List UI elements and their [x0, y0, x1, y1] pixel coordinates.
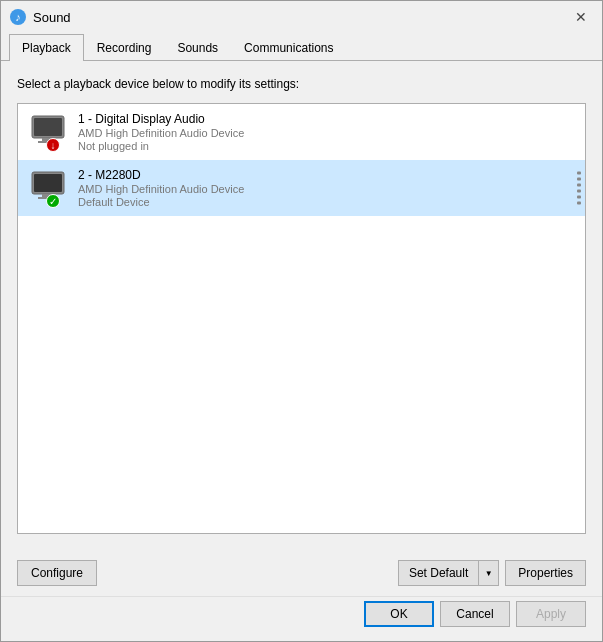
svg-rect-3	[34, 118, 62, 136]
device-status-text-1: Not plugged in	[78, 140, 575, 152]
apply-button[interactable]: Apply	[516, 601, 586, 627]
configure-button[interactable]: Configure	[17, 560, 97, 586]
device-status-text-2: Default Device	[78, 196, 575, 208]
sound-dialog: ♪ Sound ✕ Playback Recording Sounds Comm…	[0, 0, 603, 642]
device-name-1: 1 - Digital Display Audio	[78, 112, 575, 126]
ok-button[interactable]: OK	[364, 601, 434, 627]
set-default-button[interactable]: Set Default	[398, 560, 479, 586]
device-driver-1: AMD High Definition Audio Device	[78, 127, 575, 139]
device-driver-2: AMD High Definition Audio Device	[78, 183, 575, 195]
description-text: Select a playback device below to modify…	[17, 77, 586, 91]
device-status-badge-2: ✓	[46, 194, 60, 208]
tab-communications[interactable]: Communications	[231, 34, 346, 61]
dialog-title: Sound	[33, 10, 568, 25]
device-info-1: 1 - Digital Display Audio AMD High Defin…	[78, 112, 575, 152]
cancel-button[interactable]: Cancel	[440, 601, 510, 627]
tab-recording[interactable]: Recording	[84, 34, 165, 61]
tab-bar: Playback Recording Sounds Communications	[1, 33, 602, 61]
content-area: Select a playback device below to modify…	[1, 61, 602, 550]
device-icon-2: ✓	[28, 170, 68, 206]
svg-rect-7	[34, 174, 62, 192]
set-default-dropdown-arrow[interactable]: ▼	[479, 560, 499, 586]
properties-button[interactable]: Properties	[505, 560, 586, 586]
button-row-1: Configure Set Default ▼ Properties	[1, 550, 602, 596]
ok-cancel-row: OK Cancel Apply	[1, 596, 602, 641]
device-status-badge-1: ↓	[46, 138, 60, 152]
title-bar: ♪ Sound ✕	[1, 1, 602, 33]
device-list: ↓ 1 - Digital Display Audio AMD High Def…	[17, 103, 586, 534]
close-button[interactable]: ✕	[568, 5, 594, 29]
svg-text:♪: ♪	[15, 11, 21, 23]
device-name-2: 2 - M2280D	[78, 168, 575, 182]
tab-sounds[interactable]: Sounds	[164, 34, 231, 61]
device-icon-1: ↓	[28, 114, 68, 150]
device-info-2: 2 - M2280D AMD High Definition Audio Dev…	[78, 168, 575, 208]
tab-playback[interactable]: Playback	[9, 34, 84, 61]
device-item-1[interactable]: ↓ 1 - Digital Display Audio AMD High Def…	[18, 104, 585, 160]
scrollbar-handle	[577, 172, 581, 205]
sound-icon: ♪	[9, 8, 27, 26]
device-item-2[interactable]: → ✓ 2 - M2280D AMD High Definition Audio…	[18, 160, 585, 216]
set-default-container: Set Default ▼	[398, 560, 499, 586]
